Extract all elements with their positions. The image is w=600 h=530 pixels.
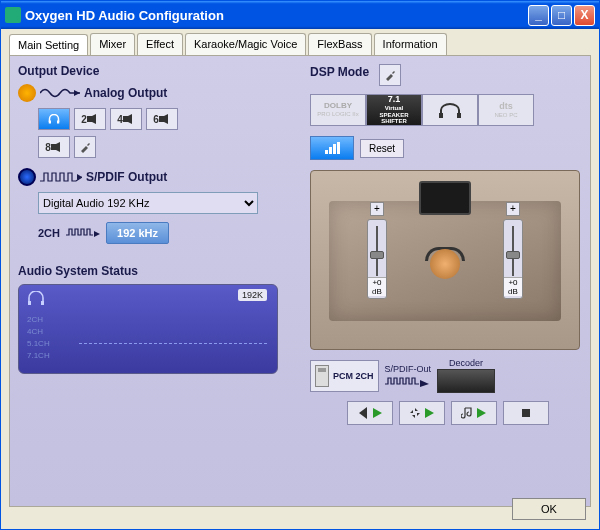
decoder-label: Decoder bbox=[449, 358, 483, 368]
headphone-button[interactable] bbox=[38, 108, 70, 130]
music-play-button[interactable] bbox=[451, 401, 497, 425]
maximize-button[interactable]: □ bbox=[551, 5, 572, 26]
svg-rect-0 bbox=[49, 121, 51, 124]
audio-status-heading: Audio System Status bbox=[18, 264, 298, 278]
spdif-rate-badge: 192 kHz bbox=[106, 222, 169, 244]
left-volume-slider[interactable]: + +0dB bbox=[367, 219, 387, 299]
analog-speaker-icon bbox=[18, 84, 36, 102]
status-2ch-label: 2CH bbox=[27, 315, 43, 324]
pc-tower-icon bbox=[315, 365, 329, 387]
channel-4-button[interactable]: 4 bbox=[110, 108, 142, 130]
tab-mixer[interactable]: Mixer bbox=[90, 33, 135, 55]
window-title: Oxygen HD Audio Configuration bbox=[25, 8, 526, 23]
reset-button[interactable]: Reset bbox=[360, 139, 404, 158]
dsp-mode-heading: DSP Mode bbox=[310, 65, 369, 79]
svg-rect-6 bbox=[28, 301, 31, 305]
minimize-button[interactable]: _ bbox=[528, 5, 549, 26]
svg-rect-8 bbox=[439, 113, 443, 118]
signal-flow: PCM 2CH S/PDIF-Out Decoder bbox=[310, 358, 585, 393]
dsp-headphone-button[interactable] bbox=[422, 94, 478, 126]
svg-rect-5 bbox=[51, 144, 56, 150]
tab-bar: Main Setting Mixer Effect Karaoke/Magic … bbox=[9, 33, 591, 55]
app-icon bbox=[5, 7, 21, 23]
shuffle-play-button[interactable] bbox=[399, 401, 445, 425]
channel-6-button[interactable]: 6 bbox=[146, 108, 178, 130]
sine-wave-icon bbox=[40, 86, 80, 100]
prev-play-button[interactable] bbox=[347, 401, 393, 425]
status-rate-badge: 192K bbox=[238, 289, 267, 301]
spdif-format-select[interactable]: Digital Audio 192 KHz bbox=[38, 192, 258, 214]
right-volume-slider[interactable]: + +0dB bbox=[503, 219, 523, 299]
svg-rect-10 bbox=[522, 409, 530, 417]
status-51ch-label: 5.1CH bbox=[27, 339, 50, 348]
title-bar[interactable]: Oxygen HD Audio Configuration _ □ X bbox=[1, 1, 599, 29]
analog-settings-button[interactable] bbox=[74, 136, 96, 158]
channel-8-button[interactable]: 8 bbox=[38, 136, 70, 158]
tab-flexbass[interactable]: FlexBass bbox=[308, 33, 371, 55]
close-button[interactable]: X bbox=[574, 5, 595, 26]
right-volume-plus-button[interactable]: + bbox=[506, 202, 520, 216]
pcm-label: PCM 2CH bbox=[333, 371, 374, 381]
output-section: Output Device Analog Output 2 4 6 8 bbox=[18, 64, 298, 374]
status-headphone-icon bbox=[27, 291, 45, 307]
svg-rect-3 bbox=[123, 116, 128, 122]
spdif-output-label: S/PDIF Output bbox=[86, 170, 167, 184]
square-wave-icon bbox=[40, 170, 82, 184]
spdif-out-label: S/PDIF-Out bbox=[385, 364, 432, 374]
transport-bar bbox=[310, 401, 585, 425]
tab-main-setting[interactable]: Main Setting bbox=[9, 34, 88, 56]
stop-button[interactable] bbox=[503, 401, 549, 425]
listener-head-icon bbox=[430, 249, 460, 279]
main-panel: Output Device Analog Output 2 4 6 8 bbox=[9, 55, 591, 507]
eq-bars-icon bbox=[325, 142, 340, 154]
ok-button[interactable]: OK bbox=[512, 498, 586, 520]
svg-rect-9 bbox=[457, 113, 461, 118]
dsp-settings-button[interactable] bbox=[379, 64, 401, 86]
decoder-icon bbox=[437, 369, 495, 393]
dsp-virtual-speaker-button[interactable]: 7.1 Virtual SPEAKER SHIFTER bbox=[366, 94, 422, 126]
status-graph-icon bbox=[79, 343, 267, 363]
tab-karaoke[interactable]: Karaoke/Magic Voice bbox=[185, 33, 306, 55]
square-wave-small-icon bbox=[66, 226, 100, 240]
analog-output-label: Analog Output bbox=[84, 86, 167, 100]
spdif-channel-label: 2CH bbox=[38, 227, 60, 239]
dsp-dolby-button[interactable]: DOLBY PRO LOGIC IIx bbox=[310, 94, 366, 126]
spdif-icon bbox=[18, 168, 36, 186]
dsp-section: DSP Mode DOLBY PRO LOGIC IIx 7.1 Virtual… bbox=[310, 64, 585, 425]
audio-status-section: Audio System Status 192K 2CH 4CH 5.1CH 7… bbox=[18, 264, 298, 374]
speaker-room-visual: + +0dB + +0dB bbox=[310, 170, 580, 350]
svg-rect-2 bbox=[87, 116, 92, 122]
audio-status-panel: 192K 2CH 4CH 5.1CH 7.1CH bbox=[18, 284, 278, 374]
dsp-dts-button[interactable]: dts NEO PC bbox=[478, 94, 534, 126]
source-pc-box: PCM 2CH bbox=[310, 360, 379, 392]
svg-rect-4 bbox=[159, 116, 164, 122]
svg-rect-1 bbox=[57, 121, 59, 124]
flow-wave-icon bbox=[385, 375, 429, 387]
tab-information[interactable]: Information bbox=[374, 33, 447, 55]
svg-rect-7 bbox=[41, 301, 44, 305]
tab-effect[interactable]: Effect bbox=[137, 33, 183, 55]
monitor-icon bbox=[419, 181, 471, 215]
status-71ch-label: 7.1CH bbox=[27, 351, 50, 360]
output-device-heading: Output Device bbox=[18, 64, 298, 78]
eq-button[interactable] bbox=[310, 136, 354, 160]
app-window: Oxygen HD Audio Configuration _ □ X Main… bbox=[0, 0, 600, 530]
left-volume-plus-button[interactable]: + bbox=[370, 202, 384, 216]
status-4ch-label: 4CH bbox=[27, 327, 43, 336]
channel-2-button[interactable]: 2 bbox=[74, 108, 106, 130]
